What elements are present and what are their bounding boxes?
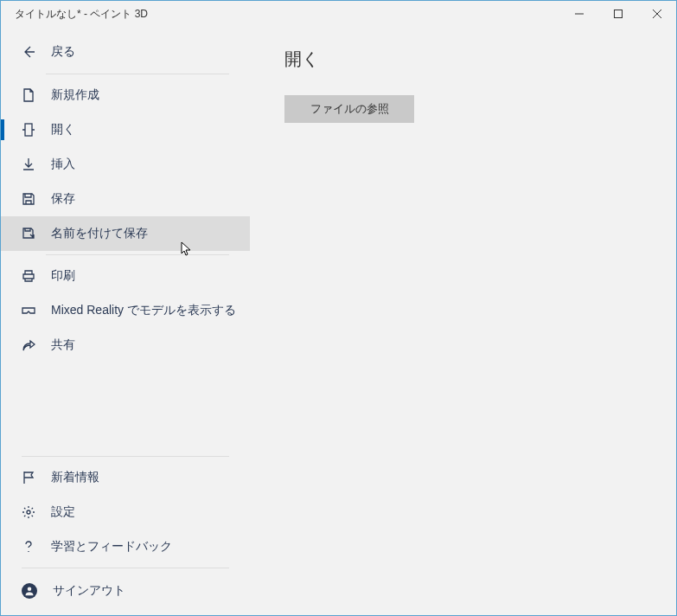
maximize-button[interactable] [598, 1, 637, 27]
menu-insert-label: 挿入 [51, 157, 75, 172]
menu-new[interactable]: 新規作成 [1, 78, 250, 112]
divider [22, 568, 229, 568]
browse-files-button[interactable]: ファイルの参照 [284, 95, 414, 123]
svg-point-6 [28, 587, 32, 592]
flag-icon [22, 471, 35, 484]
share-icon [22, 338, 35, 352]
menu-feedback[interactable]: 学習とフィードバック [1, 529, 250, 564]
menu-settings-label: 設定 [51, 504, 75, 520]
divider [22, 456, 229, 457]
menu-share-label: 共有 [51, 337, 75, 353]
window-controls [559, 1, 676, 27]
content-area: 戻る 新規作成 開く 挿入 [1, 27, 676, 615]
window-title: タイトルなし* - ペイント 3D [15, 7, 559, 22]
titlebar: タイトルなし* - ペイント 3D [1, 1, 676, 27]
minimize-button[interactable] [559, 1, 598, 27]
arrow-left-icon [22, 45, 35, 59]
divider [46, 254, 229, 255]
insert-icon [22, 157, 35, 171]
menu-signout-label: サインアウト [53, 583, 125, 599]
browse-files-label: ファイルの参照 [310, 101, 389, 117]
save-as-icon [22, 227, 35, 241]
print-icon [22, 269, 35, 283]
menu-save[interactable]: 保存 [1, 182, 250, 216]
menu-signout[interactable]: サインアウト [1, 572, 250, 610]
back-label: 戻る [51, 44, 75, 60]
open-icon [22, 123, 35, 137]
menu-share[interactable]: 共有 [1, 328, 250, 363]
menu-print[interactable]: 印刷 [1, 259, 250, 293]
menu-open-label: 開く [51, 122, 75, 138]
menu-save-as-label: 名前を付けて保存 [51, 226, 148, 241]
svg-point-5 [27, 510, 30, 514]
menu-new-label: 新規作成 [51, 87, 99, 103]
document-icon [22, 88, 35, 102]
spacer [1, 363, 250, 452]
sidebar: 戻る 新規作成 開く 挿入 [1, 27, 250, 615]
divider [46, 74, 229, 74]
menu-mr-label: Mixed Reality でモデルを表示する [51, 303, 236, 318]
menu-news[interactable]: 新着情報 [1, 460, 250, 495]
back-button[interactable]: 戻る [1, 34, 250, 70]
save-icon [22, 192, 35, 206]
menu-feedback-label: 学習とフィードバック [51, 539, 172, 555]
svg-rect-1 [614, 10, 622, 18]
main-heading: 開く [284, 48, 642, 71]
menu-open[interactable]: 開く [1, 112, 250, 147]
menu-save-as[interactable]: 名前を付けて保存 [1, 216, 250, 251]
gear-icon [22, 505, 35, 519]
menu-mixed-reality[interactable]: Mixed Reality でモデルを表示する [1, 293, 250, 328]
svg-rect-4 [25, 124, 32, 136]
main-panel: 開く ファイルの参照 [250, 27, 676, 615]
menu-settings[interactable]: 設定 [1, 495, 250, 529]
help-icon [22, 540, 35, 554]
menu-print-label: 印刷 [51, 268, 75, 284]
user-icon [22, 583, 37, 599]
menu-save-label: 保存 [51, 191, 75, 207]
menu-news-label: 新着情報 [51, 470, 99, 485]
app-window: タイトルなし* - ペイント 3D 戻る [0, 0, 677, 616]
close-button[interactable] [637, 1, 676, 27]
vr-icon [22, 304, 35, 318]
menu-insert[interactable]: 挿入 [1, 147, 250, 182]
